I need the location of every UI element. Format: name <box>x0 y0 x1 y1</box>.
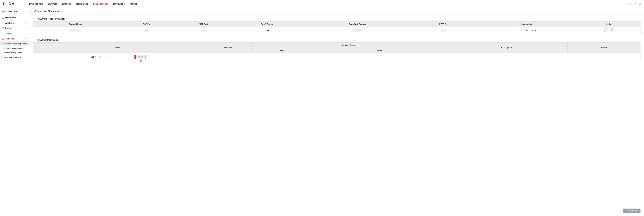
nav-diagnostics[interactable]: DIAGNOSTICS <box>93 3 108 5</box>
sidebar-item-label: Trace <box>5 32 11 35</box>
col-user-id: User ID <box>33 42 203 53</box>
nav-resource[interactable]: RESOURCE <box>76 3 88 5</box>
col-tuna-version: TunA Version <box>231 21 304 27</box>
panel-icon <box>2 38 4 40</box>
nav-admin[interactable]: ADMIN <box>130 3 137 5</box>
cell-version: 2.8.0 <box>231 27 304 34</box>
col-tuna-address: *TunA Address <box>33 21 117 27</box>
annotation-1: ① <box>99 56 102 58</box>
table-row: 10.01.209.93 5280 5280 2.8.0 10.01.209.9… <box>33 27 640 34</box>
brand-logo: LNA <box>3 2 29 6</box>
chevron-up-icon: ︿ <box>26 32 27 35</box>
page-header: ‹ Connection Management <box>29 8 644 15</box>
sidebar-item-dashboard[interactable]: Dashboard ︿ <box>0 15 29 20</box>
minus-icon: — <box>33 39 36 41</box>
minus-icon: — <box>33 17 36 20</box>
panel-icon <box>2 27 4 29</box>
col-user-type: User Type <box>203 42 252 53</box>
annotation-2: ② <box>139 59 142 62</box>
sidebar: DIAGNOSTICS Dashboard ︿ Analysis ︿ Polic… <box>0 8 29 216</box>
sidebar-title: DIAGNOSTICS <box>0 8 29 15</box>
cell-web-address: 10.01.209.93 <box>352 29 363 31</box>
sidebar-item-label: Dashboard <box>5 16 16 19</box>
col-tuna-web-address: *TunA Web Address <box>304 21 410 27</box>
sidebar-item-trace[interactable]: Trace ︿ <box>0 31 29 36</box>
sidebar-item-policy[interactable]: Policy ︿ <box>0 25 29 31</box>
cell-tcp-port: 5280 <box>144 29 149 31</box>
svg-rect-0 <box>2 17 4 18</box>
chevron-up-icon: ︿ <box>26 17 27 19</box>
nav-topology[interactable]: TOPOLOGY <box>113 3 125 5</box>
svg-rect-2 <box>2 22 4 24</box>
svg-rect-8 <box>2 38 4 40</box>
panel-icon <box>2 32 4 34</box>
svg-rect-4 <box>2 27 4 29</box>
chevron-up-icon: ︿ <box>26 27 27 29</box>
logout-icon[interactable] <box>638 2 641 5</box>
nav-dashboard[interactable]: DASHBOARD <box>29 3 43 5</box>
col-http-port: *HTTP Port <box>410 21 476 27</box>
sidebar-item-tuna-apm[interactable]: TunA APM ﹀ <box>0 36 29 41</box>
sidebar-item-label: Analysis <box>5 22 14 24</box>
sidebar-item-label: TunA APM <box>5 38 15 40</box>
panel-icon <box>2 22 4 24</box>
user-info-table: User ID User Type System Group Last Upda… <box>33 42 640 61</box>
sidebar-item-label: Policy <box>5 27 11 29</box>
check-button[interactable]: CHECK <box>136 55 146 59</box>
panel-icon <box>2 17 4 19</box>
col-default: Default <box>252 48 312 53</box>
svg-rect-6 <box>2 33 4 34</box>
sidebar-sub-host-management[interactable]: Host Management <box>0 55 29 59</box>
section-title-connection-info: — TunA Connection Information <box>33 17 640 20</box>
cell-udp-port: 5280 <box>202 29 206 31</box>
open-tuna-button[interactable]: Open TunA <box>623 209 640 213</box>
sidebar-sub-connection-management[interactable]: Connection Management <box>0 41 29 46</box>
page-title: Connection Management <box>34 10 62 12</box>
col-last-update: Last Update <box>476 21 578 27</box>
col-action: Action <box>578 21 640 27</box>
nav-cluster[interactable]: CLUSTER <box>62 3 72 5</box>
delete-button[interactable] <box>610 28 614 32</box>
top-icons <box>629 2 641 5</box>
bell-icon[interactable] <box>629 2 632 5</box>
col-system-group: System Group <box>252 42 446 48</box>
content-area: ‹ Connection Management — TunA Connectio… <box>29 8 644 216</box>
cell-last-update: 2023-06-02 13:53:39 <box>476 27 578 34</box>
edit-button[interactable] <box>604 28 608 32</box>
cell-http-port: 5880 <box>441 29 445 31</box>
table-row: LENA_ ① CHECK ② <box>33 53 640 61</box>
sidebar-sub-module-management[interactable]: Module Management <box>0 46 29 50</box>
gear-icon[interactable] <box>634 2 636 5</box>
chevron-down-icon: ﹀ <box>26 38 27 40</box>
col-last-update: Last Update <box>446 42 568 53</box>
sidebar-sub-install-management[interactable]: Install Management <box>0 50 29 55</box>
col-action: Action <box>568 42 640 53</box>
top-nav: DASHBOARD SERVER CLUSTER RESOURCE DIAGNO… <box>29 3 629 5</box>
connection-info-table: *TunA Address *TCP Port UDP Port TunA Ve… <box>33 21 640 34</box>
topbar: LNA DASHBOARD SERVER CLUSTER RESOURCE DI… <box>0 0 644 8</box>
col-tcp-port: *TCP Port <box>117 21 176 27</box>
col-udp-port: UDP Port <box>176 21 231 27</box>
user-id-input[interactable] <box>98 55 134 59</box>
nav-server[interactable]: SERVER <box>48 3 57 5</box>
section-title-user-info: — TunA User Information <box>33 39 640 41</box>
collapse-sidebar-icon[interactable]: ‹ <box>31 10 32 12</box>
chevron-up-icon: ︿ <box>26 22 27 24</box>
cell-tuna-address: 10.01.209.93 <box>69 29 80 31</box>
sidebar-item-analysis[interactable]: Analysis ︿ <box>0 20 29 25</box>
col-name: Name <box>312 48 446 53</box>
user-id-prefix: LENA_ <box>91 56 97 58</box>
